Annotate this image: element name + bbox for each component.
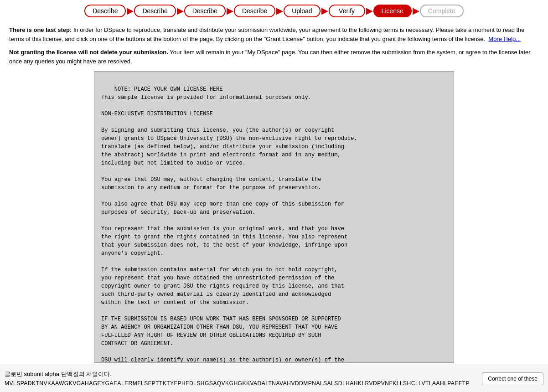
correct-one-button[interactable]: Correct one of these: [482, 372, 543, 385]
translation-text: 글로빈 subunit alpha 단백질의 서열이다. MVLSPADKTNV…: [5, 370, 477, 388]
step-arrow-2: ▶: [226, 6, 234, 16]
step-license[interactable]: License: [373, 5, 412, 17]
intro-body: In order for DSpace to reproduce, transl…: [9, 26, 525, 42]
license-content: NOTE: PLACE YOUR OWN LICENSE HERE This s…: [101, 86, 357, 363]
progress-bar: Describe▶Describe▶Describe▶Describe▶Uplo…: [0, 0, 548, 21]
license-text-box[interactable]: NOTE: PLACE YOUR OWN LICENSE HERE This s…: [94, 71, 454, 363]
no-delete-notice: Not granting the license will not delete…: [9, 48, 539, 66]
step-describe2[interactable]: Describe: [134, 5, 176, 17]
step-describe3[interactable]: Describe: [184, 5, 226, 17]
korean-description: 글로빈 subunit alpha 단백질의 서열이다.: [5, 370, 477, 379]
translation-bar: 글로빈 subunit alpha 단백질의 서열이다. MVLSPADKTNV…: [0, 365, 548, 392]
protein-sequence: MVLSPADKTNVKAAWGKVGAHAGEYGAEALERMFLSFPTT…: [5, 379, 477, 387]
main-content: There is one last step: In order for DSp…: [0, 21, 548, 367]
step-arrow-0: ▶: [126, 6, 134, 16]
step-arrow-5: ▶: [365, 6, 373, 16]
step-verify[interactable]: Verify: [329, 5, 365, 17]
step-arrow-1: ▶: [176, 6, 184, 16]
step-complete: Complete: [420, 5, 464, 17]
step-arrow-6: ▶: [412, 6, 420, 16]
step-arrow-4: ▶: [321, 6, 329, 16]
step-describe4[interactable]: Describe: [234, 5, 275, 17]
intro-bold: There is one last step:: [9, 26, 72, 33]
more-help-link[interactable]: More Help...: [488, 36, 521, 42]
intro-paragraph: There is one last step: In order for DSp…: [9, 26, 539, 43]
notice-bold: Not granting the license will not delete…: [9, 49, 168, 56]
step-describe1[interactable]: Describe: [84, 5, 126, 17]
step-upload[interactable]: Upload: [284, 5, 320, 17]
step-arrow-3: ▶: [275, 6, 284, 16]
